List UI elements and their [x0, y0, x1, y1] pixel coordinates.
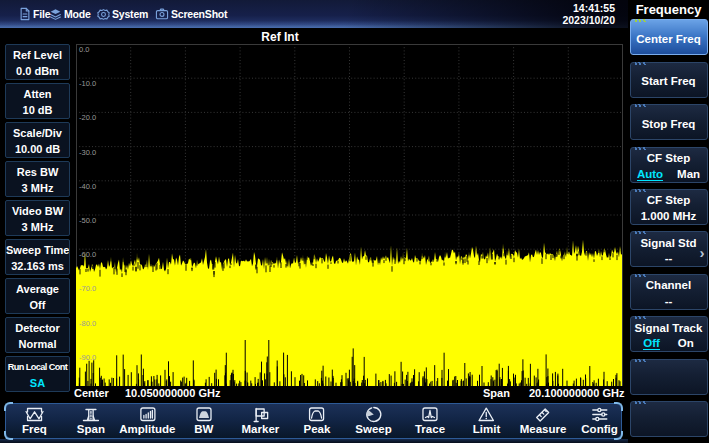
svg-text:-60.0: -60.0 [79, 250, 96, 259]
svg-text:-40.0: -40.0 [79, 182, 96, 191]
svg-text:-80.0: -80.0 [79, 319, 96, 328]
svg-text:0.0: 0.0 [79, 45, 89, 54]
svg-text:-30.0: -30.0 [79, 148, 96, 157]
svg-text:-10.0: -10.0 [79, 79, 96, 88]
svg-text:-90.0: -90.0 [79, 353, 96, 362]
svg-text:-50.0: -50.0 [79, 216, 96, 225]
svg-text:-70.0: -70.0 [79, 284, 96, 293]
svg-text:-20.0: -20.0 [79, 113, 96, 122]
